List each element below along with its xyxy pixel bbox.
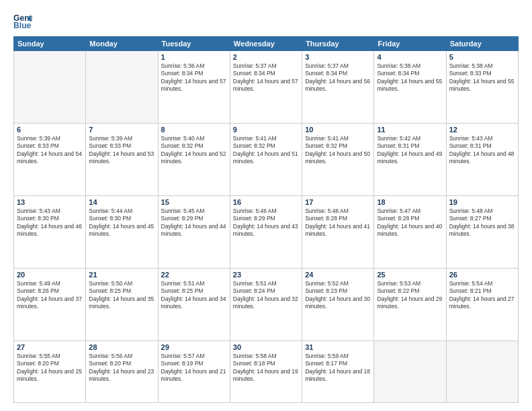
day-number: 30 [233,343,299,351]
day-number: 16 [233,198,299,206]
day-number: 3 [305,53,371,61]
day-header-sunday: Sunday [14,37,86,51]
day-number: 24 [305,271,371,279]
cell-info: Sunrise: 5:40 AM Sunset: 8:32 PM Dayligh… [161,135,227,166]
day-number: 12 [449,126,515,134]
calendar-cell: 9Sunrise: 5:41 AM Sunset: 8:32 PM Daylig… [230,123,302,195]
day-number: 1 [161,53,227,61]
cell-info: Sunrise: 5:47 AM Sunset: 8:28 PM Dayligh… [377,208,443,238]
day-number: 5 [449,53,515,61]
day-number: 14 [89,198,154,206]
calendar-cell: 12Sunrise: 5:43 AM Sunset: 8:31 PM Dayli… [446,123,518,195]
cell-info: Sunrise: 5:41 AM Sunset: 8:32 PM Dayligh… [305,135,371,166]
day-number: 25 [377,271,443,279]
logo: General Blue [13,12,32,31]
day-number: 23 [233,271,299,279]
logo-icon: General Blue [13,12,32,31]
cell-info: Sunrise: 5:39 AM Sunset: 8:33 PM Dayligh… [17,135,83,166]
svg-text:Blue: Blue [13,21,32,30]
cell-info: Sunrise: 5:46 AM Sunset: 8:29 PM Dayligh… [233,208,299,238]
cell-info: Sunrise: 5:44 AM Sunset: 8:30 PM Dayligh… [89,208,154,238]
calendar-cell: 21Sunrise: 5:50 AM Sunset: 8:25 PM Dayli… [86,268,158,340]
calendar-cell: 10Sunrise: 5:41 AM Sunset: 8:32 PM Dayli… [302,123,374,195]
calendar-cell [374,340,446,402]
calendar-cell: 1Sunrise: 5:36 AM Sunset: 8:34 PM Daylig… [158,51,230,124]
cell-info: Sunrise: 5:51 AM Sunset: 8:24 PM Dayligh… [233,280,299,311]
calendar-cell: 2Sunrise: 5:37 AM Sunset: 8:34 PM Daylig… [230,51,302,124]
cell-info: Sunrise: 5:46 AM Sunset: 8:28 PM Dayligh… [305,208,371,238]
day-number: 15 [161,198,227,206]
calendar-cell [14,51,86,124]
day-number: 19 [449,198,515,206]
calendar-cell: 4Sunrise: 5:38 AM Sunset: 8:34 PM Daylig… [374,51,446,124]
day-number: 7 [89,126,154,134]
day-number: 28 [89,343,154,351]
cell-info: Sunrise: 5:45 AM Sunset: 8:29 PM Dayligh… [161,208,227,238]
day-number: 17 [305,198,371,206]
calendar-cell: 13Sunrise: 5:43 AM Sunset: 8:30 PM Dayli… [14,195,86,268]
cell-info: Sunrise: 5:43 AM Sunset: 8:31 PM Dayligh… [449,135,515,166]
day-number: 21 [89,271,154,279]
calendar-cell: 5Sunrise: 5:38 AM Sunset: 8:33 PM Daylig… [446,51,518,124]
calendar-week-row: 13Sunrise: 5:43 AM Sunset: 8:30 PM Dayli… [14,195,519,268]
calendar-cell: 20Sunrise: 5:49 AM Sunset: 8:26 PM Dayli… [14,268,86,340]
calendar-cell: 15Sunrise: 5:45 AM Sunset: 8:29 PM Dayli… [158,195,230,268]
calendar-cell: 27Sunrise: 5:55 AM Sunset: 8:20 PM Dayli… [14,340,86,402]
cell-info: Sunrise: 5:36 AM Sunset: 8:34 PM Dayligh… [161,62,227,93]
calendar-header-row: SundayMondayTuesdayWednesdayThursdayFrid… [14,37,519,51]
calendar-cell: 25Sunrise: 5:53 AM Sunset: 8:22 PM Dayli… [374,268,446,340]
day-number: 13 [17,198,83,206]
day-header-thursday: Thursday [302,37,374,51]
day-header-monday: Monday [86,37,158,51]
day-number: 20 [17,271,83,279]
calendar-cell: 23Sunrise: 5:51 AM Sunset: 8:24 PM Dayli… [230,268,302,340]
cell-info: Sunrise: 5:55 AM Sunset: 8:20 PM Dayligh… [17,353,83,383]
cell-info: Sunrise: 5:54 AM Sunset: 8:21 PM Dayligh… [449,280,515,311]
calendar-cell: 11Sunrise: 5:42 AM Sunset: 8:31 PM Dayli… [374,123,446,195]
cell-info: Sunrise: 5:52 AM Sunset: 8:23 PM Dayligh… [305,280,371,311]
cell-info: Sunrise: 5:38 AM Sunset: 8:33 PM Dayligh… [449,62,515,93]
calendar-cell [446,340,518,402]
cell-info: Sunrise: 5:43 AM Sunset: 8:30 PM Dayligh… [17,208,83,238]
cell-info: Sunrise: 5:48 AM Sunset: 8:27 PM Dayligh… [449,208,515,238]
cell-info: Sunrise: 5:39 AM Sunset: 8:33 PM Dayligh… [89,135,154,166]
calendar-cell: 28Sunrise: 5:56 AM Sunset: 8:20 PM Dayli… [86,340,158,402]
cell-info: Sunrise: 5:57 AM Sunset: 8:19 PM Dayligh… [161,353,227,383]
calendar-cell: 18Sunrise: 5:47 AM Sunset: 8:28 PM Dayli… [374,195,446,268]
calendar-cell: 3Sunrise: 5:37 AM Sunset: 8:34 PM Daylig… [302,51,374,124]
calendar-week-row: 1Sunrise: 5:36 AM Sunset: 8:34 PM Daylig… [14,51,519,124]
calendar-cell: 7Sunrise: 5:39 AM Sunset: 8:33 PM Daylig… [86,123,158,195]
cell-info: Sunrise: 5:53 AM Sunset: 8:22 PM Dayligh… [377,280,443,311]
calendar-cell: 8Sunrise: 5:40 AM Sunset: 8:32 PM Daylig… [158,123,230,195]
day-number: 11 [377,126,443,134]
calendar-week-row: 6Sunrise: 5:39 AM Sunset: 8:33 PM Daylig… [14,123,519,195]
day-number: 10 [305,126,371,134]
cell-info: Sunrise: 5:59 AM Sunset: 8:17 PM Dayligh… [305,353,371,383]
cell-info: Sunrise: 5:58 AM Sunset: 8:18 PM Dayligh… [233,353,299,383]
cell-info: Sunrise: 5:37 AM Sunset: 8:34 PM Dayligh… [305,62,371,93]
calendar-cell: 19Sunrise: 5:48 AM Sunset: 8:27 PM Dayli… [446,195,518,268]
day-number: 31 [305,343,371,351]
calendar-cell: 24Sunrise: 5:52 AM Sunset: 8:23 PM Dayli… [302,268,374,340]
cell-info: Sunrise: 5:41 AM Sunset: 8:32 PM Dayligh… [233,135,299,166]
calendar-table: SundayMondayTuesdayWednesdayThursdayFrid… [13,36,519,403]
day-number: 26 [449,271,515,279]
cell-info: Sunrise: 5:37 AM Sunset: 8:34 PM Dayligh… [233,62,299,93]
cell-info: Sunrise: 5:56 AM Sunset: 8:20 PM Dayligh… [89,353,154,383]
day-number: 6 [17,126,83,134]
calendar-cell: 6Sunrise: 5:39 AM Sunset: 8:33 PM Daylig… [14,123,86,195]
day-number: 27 [17,343,83,351]
calendar-cell: 30Sunrise: 5:58 AM Sunset: 8:18 PM Dayli… [230,340,302,402]
calendar-cell: 16Sunrise: 5:46 AM Sunset: 8:29 PM Dayli… [230,195,302,268]
day-number: 29 [161,343,227,351]
cell-info: Sunrise: 5:49 AM Sunset: 8:26 PM Dayligh… [17,280,83,311]
calendar-cell: 26Sunrise: 5:54 AM Sunset: 8:21 PM Dayli… [446,268,518,340]
day-header-tuesday: Tuesday [158,37,230,51]
calendar-week-row: 27Sunrise: 5:55 AM Sunset: 8:20 PM Dayli… [14,340,519,402]
calendar-cell: 22Sunrise: 5:51 AM Sunset: 8:25 PM Dayli… [158,268,230,340]
calendar-page: General Blue SundayMondayTuesdayWednesda… [0,0,532,411]
day-header-wednesday: Wednesday [230,37,302,51]
calendar-cell: 29Sunrise: 5:57 AM Sunset: 8:19 PM Dayli… [158,340,230,402]
cell-info: Sunrise: 5:50 AM Sunset: 8:25 PM Dayligh… [89,280,154,311]
day-header-saturday: Saturday [446,37,518,51]
